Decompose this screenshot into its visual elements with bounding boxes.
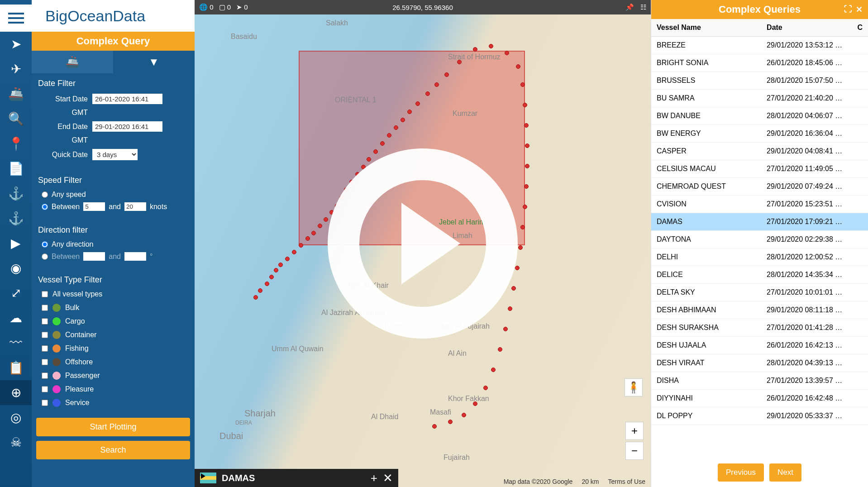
table-row[interactable]: DESH SURAKSHA 27/01/2020 01:41:28 … bbox=[651, 319, 868, 337]
track-dot bbox=[253, 295, 258, 300]
table-row[interactable]: DELICE 28/01/2020 14:35:34 … bbox=[651, 266, 868, 284]
nav-ship-icon[interactable]: 🚢 bbox=[0, 81, 32, 106]
speed-max-input[interactable] bbox=[124, 202, 146, 211]
expand-icon[interactable]: ⛶ bbox=[844, 5, 852, 14]
dir-min-input[interactable] bbox=[83, 252, 105, 261]
map-terms[interactable]: Terms of Use bbox=[608, 478, 645, 485]
tab-filter-icon[interactable]: ▼ bbox=[113, 51, 195, 73]
quick-date-select[interactable]: 3 days bbox=[92, 149, 138, 160]
vessel-type-row: Service bbox=[38, 399, 188, 407]
vessel-type-checkbox[interactable] bbox=[42, 345, 48, 352]
vessel-type-checkbox[interactable] bbox=[42, 372, 48, 379]
cell-c bbox=[852, 54, 868, 72]
pegman-icon[interactable]: 🧍 bbox=[625, 378, 643, 396]
vessel-type-checkbox[interactable] bbox=[42, 332, 48, 338]
search-button[interactable]: Search bbox=[36, 441, 190, 459]
table-row[interactable]: DIYYINAHI 26/01/2020 16:42:48 … bbox=[651, 390, 868, 407]
vessel-type-label: Container bbox=[65, 331, 96, 339]
table-row[interactable]: DAMAS 27/01/2020 17:09:21 … bbox=[651, 213, 868, 231]
vessel-close-icon[interactable]: ✕ bbox=[383, 471, 393, 485]
table-row[interactable]: DESH UJAALA 26/01/2020 16:42:13 … bbox=[651, 337, 868, 354]
nav-skull-icon[interactable]: ☠ bbox=[0, 430, 32, 455]
nav-anchor1-icon[interactable]: ⚓ bbox=[0, 181, 32, 206]
map-label-kumzar: Kumzar bbox=[453, 110, 477, 118]
pin-icon[interactable]: 📌 bbox=[625, 3, 634, 11]
nav-circle-play-icon[interactable]: ◉ bbox=[0, 256, 32, 281]
cell-date: 27/01/2020 10:01:01 … bbox=[761, 284, 852, 301]
nav-cursor-icon[interactable]: ➤ bbox=[0, 32, 32, 57]
table-row[interactable]: DESH VIRAAT 28/01/2020 04:39:13 … bbox=[651, 354, 868, 372]
table-row[interactable]: CHEMROAD QUEST 29/01/2020 07:49:24 … bbox=[651, 178, 868, 196]
zoom-out-button[interactable]: − bbox=[625, 442, 644, 460]
nav-cloud-icon[interactable]: ☁ bbox=[0, 306, 32, 330]
table-row[interactable]: BW ENERGY 29/01/2020 16:36:04 … bbox=[651, 125, 868, 143]
tab-vessel-icon[interactable]: 🚢 bbox=[32, 51, 113, 73]
table-row[interactable]: BU SAMRA 27/01/2020 21:40:20 … bbox=[651, 90, 868, 107]
table-row[interactable]: DELTA SKY 27/01/2020 10:01:01 … bbox=[651, 284, 868, 301]
nav-pin-icon[interactable]: 📍 bbox=[0, 131, 32, 156]
table-row[interactable]: DESH ABHIMAAN 29/01/2020 08:11:18 … bbox=[651, 301, 868, 319]
table-row[interactable]: CELSIUS MACAU 27/01/2020 11:49:05 … bbox=[651, 160, 868, 178]
table-row[interactable]: BREEZE 29/01/2020 13:53:12 … bbox=[651, 37, 868, 54]
vessel-type-row: Bulk bbox=[38, 304, 188, 312]
nav-expand-icon[interactable]: ⤢ bbox=[0, 281, 32, 306]
nav-play-icon[interactable]: ▶ bbox=[0, 231, 32, 256]
speed-min-input[interactable] bbox=[83, 202, 105, 211]
layers-icon[interactable]: ☷ bbox=[640, 3, 646, 11]
nav-waves-icon[interactable]: 〰 bbox=[0, 330, 32, 355]
zoom-in-button[interactable]: + bbox=[625, 422, 644, 440]
between-speed-radio[interactable] bbox=[42, 204, 48, 210]
close-icon[interactable]: ✕ bbox=[856, 5, 863, 14]
next-button[interactable]: Next bbox=[769, 463, 801, 482]
table-row[interactable]: CVISION 27/01/2020 15:23:51 … bbox=[651, 196, 868, 213]
dir-max-input[interactable] bbox=[124, 252, 146, 261]
start-plotting-button[interactable]: Start Plotting bbox=[36, 418, 190, 436]
nav-notes-icon[interactable]: 📋 bbox=[0, 355, 32, 380]
col-date[interactable]: Date bbox=[761, 19, 852, 37]
vessel-type-row: Pleasure bbox=[38, 385, 188, 393]
cell-c bbox=[852, 160, 868, 178]
map-area[interactable]: 🌐 0 ▢ 0 ➤ 0 26.59790, 55.96360 📌 ☷ ORIEN… bbox=[195, 0, 651, 487]
end-date-input[interactable] bbox=[92, 121, 162, 132]
previous-button[interactable]: Previous bbox=[718, 463, 764, 482]
play-overlay[interactable] bbox=[328, 148, 518, 339]
vessel-type-heading: Vessel Type Filter bbox=[38, 275, 188, 285]
track-dot bbox=[457, 60, 462, 64]
nav-plane-icon[interactable]: ✈ bbox=[0, 57, 32, 81]
vessel-type-checkbox[interactable] bbox=[42, 318, 48, 325]
nav-radar-icon[interactable]: ◎ bbox=[0, 405, 32, 430]
all-types-checkbox[interactable] bbox=[42, 291, 48, 297]
vessel-type-row: Container bbox=[38, 331, 188, 339]
nav-anchor2-icon[interactable]: ⚓ bbox=[0, 206, 32, 231]
vessel-type-checkbox[interactable] bbox=[42, 359, 48, 365]
vessel-type-checkbox[interactable] bbox=[42, 305, 48, 311]
nav-target-icon[interactable]: ⊕ bbox=[0, 380, 32, 405]
col-c[interactable]: C bbox=[852, 19, 868, 37]
table-row[interactable]: CASPER 29/01/2020 04:08:41 … bbox=[651, 143, 868, 160]
table-row[interactable]: BRIGHT SONIA 26/01/2020 18:45:06 … bbox=[651, 54, 868, 72]
between-direction-radio[interactable] bbox=[42, 253, 48, 260]
results-panel: Complex Queries ⛶ ✕ Vessel Name Date C B… bbox=[651, 0, 868, 487]
vessel-type-checkbox[interactable] bbox=[42, 386, 48, 392]
track-dot bbox=[525, 143, 529, 148]
start-date-input[interactable] bbox=[92, 94, 162, 104]
col-vessel-name[interactable]: Vessel Name bbox=[651, 19, 761, 37]
table-row[interactable]: BRUSSELS 28/01/2020 15:07:50 … bbox=[651, 72, 868, 90]
table-row[interactable]: DELHI 28/01/2020 12:00:52 … bbox=[651, 248, 868, 266]
map-footer: Map data ©2020 Google 20 km Terms of Use bbox=[498, 476, 651, 487]
vessel-add-icon[interactable]: + bbox=[371, 471, 377, 485]
table-row[interactable]: DAYTONA 29/01/2020 02:29:38 … bbox=[651, 231, 868, 248]
table-row[interactable]: DISHA 27/01/2020 13:39:57 … bbox=[651, 372, 868, 390]
deg-label: ° bbox=[150, 253, 153, 261]
table-row[interactable]: DL POPPY 29/01/2020 05:33:37 … bbox=[651, 407, 868, 425]
direction-filter-heading: Direction filter bbox=[38, 225, 188, 235]
any-speed-radio[interactable] bbox=[42, 191, 48, 198]
track-dot bbox=[518, 245, 523, 250]
nav-document-icon[interactable]: 📄 bbox=[0, 156, 32, 181]
hamburger-menu-icon[interactable] bbox=[0, 5, 32, 32]
vessel-type-checkbox[interactable] bbox=[42, 400, 48, 406]
vessel-type-row: Offshore bbox=[38, 358, 188, 366]
any-direction-radio[interactable] bbox=[42, 241, 48, 248]
nav-search-icon[interactable]: 🔍 bbox=[0, 106, 32, 131]
table-row[interactable]: BW DANUBE 28/01/2020 04:06:07 … bbox=[651, 107, 868, 125]
